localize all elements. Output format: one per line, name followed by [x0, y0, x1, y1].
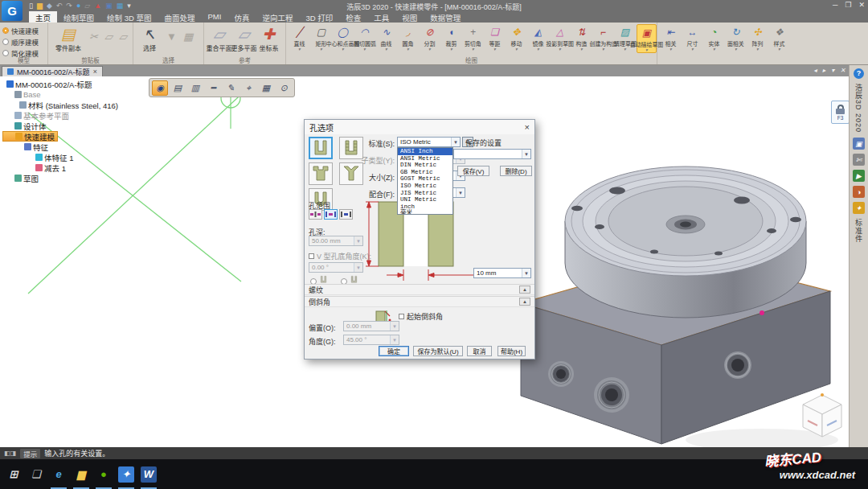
menu-tab[interactable]: 绘制草图 [57, 11, 100, 23]
save-as-default-button[interactable]: 保存为默认(U) [413, 346, 463, 356]
tree-item[interactable]: Base [2, 89, 43, 100]
extent-through-button[interactable] [309, 209, 322, 220]
dropdown-option[interactable]: UNI Metric [398, 196, 452, 203]
clipboard-tool-icon[interactable]: ✂ [89, 31, 98, 43]
command-option-button[interactable]: ⊙ [276, 80, 292, 96]
tab-strip-control-icon[interactable]: ✕ [840, 67, 845, 74]
standard-select[interactable]: ISO Metric▼ [397, 137, 461, 147]
menu-tab[interactable]: 曲面处理 [158, 11, 201, 23]
draw-tool-button[interactable]: ⌐ 创建为构造 ▾ [593, 24, 613, 51]
extent-finite-button[interactable] [324, 209, 338, 220]
cancel-button[interactable]: 取消 [467, 346, 492, 356]
reference-tool-button[interactable]: ▱ 重合平面 [207, 24, 231, 52]
dropdown-option[interactable]: ISO Metric [398, 183, 452, 190]
tree-item[interactable]: 减去 1 [2, 162, 68, 173]
minimize-icon[interactable]: ─ [833, 1, 837, 9]
offset-select[interactable]: 0.00 mm▼ [343, 321, 399, 331]
relate-tool-button[interactable]: ⇤ 相关 ▾ [661, 24, 681, 51]
menu-tab[interactable]: 主页 [29, 11, 57, 23]
taskbar-app[interactable]: ❏ [26, 459, 47, 489]
prompt-chip[interactable]: 提示 [20, 449, 40, 458]
close-icon[interactable]: ✕ [858, 1, 865, 9]
taskbar-app[interactable]: ✦ [116, 459, 137, 489]
save-button[interactable]: 保存(V) [457, 166, 489, 176]
command-option-button[interactable]: ━ [205, 80, 221, 96]
menu-tab[interactable]: 检查 [339, 11, 367, 23]
dropdown-option[interactable]: DIN Metric [398, 162, 452, 169]
command-option-button[interactable]: ✎ [223, 80, 239, 96]
thread-section-header[interactable]: 螺纹 ▲ [305, 284, 534, 295]
draw-tool-button[interactable]: ∿ 曲线 ▾ [376, 24, 396, 51]
relate-tool-button[interactable]: ✣ 阵列 ▾ [747, 24, 768, 51]
draw-tool-button[interactable]: ▢ 矩形 ▾ [311, 24, 331, 51]
diameter-select[interactable]: 10 mm▼ [473, 268, 531, 278]
tab-strip-control-icon[interactable]: ▸ [822, 67, 825, 74]
hole-type-counterbore-button[interactable] [309, 162, 333, 185]
taskbar-app[interactable]: e [48, 459, 69, 489]
relate-tool-button[interactable]: ↔ 尺寸 ▾ [682, 24, 702, 51]
tree-item[interactable]: 基本参考平面 [2, 110, 72, 121]
rail-tab-app[interactable]: 浩辰3D 2020 [854, 84, 864, 133]
menu-tab[interactable]: 绘制 3D 草图 [100, 11, 158, 23]
tab-close-icon[interactable]: × [93, 68, 97, 76]
draw-tool-button[interactable]: △ 投影到草图 ▾ [550, 24, 570, 51]
taskbar-app[interactable]: ▆ [71, 459, 92, 489]
select-tool-icon[interactable]: ▦ [183, 31, 193, 43]
draw-tool-button[interactable]: ✥ 移动 ▾ [506, 24, 526, 51]
tree-item[interactable]: 体特征 1 [2, 152, 76, 162]
dialog-title-bar[interactable]: 孔选项 × [305, 120, 534, 134]
draw-tool-button[interactable]: ◯ 中心和点画圆 ▾ [333, 24, 353, 51]
tree-item[interactable]: 材料 (Stainless Steel, 416) [2, 100, 121, 110]
menu-tab[interactable]: 工具 [367, 11, 395, 23]
extent-fromto-button[interactable] [339, 209, 353, 220]
ok-button[interactable]: 确定 [379, 346, 409, 356]
draw-tool-button[interactable]: ▣ 自动描绘草图 ▾ [637, 24, 657, 53]
relate-tool-button[interactable]: ❖ 样式 ▾ [769, 24, 789, 51]
menu-tab[interactable]: PMI [201, 11, 227, 23]
hole-depth-select[interactable]: 50.00 mm▼ [309, 236, 363, 246]
menu-tab[interactable]: 3D 打印 [299, 11, 339, 23]
start-chamfer-checkbox[interactable] [399, 314, 404, 319]
command-option-button[interactable]: ▦ [258, 80, 274, 96]
v-angle-checkbox[interactable] [309, 253, 314, 259]
clipboard-tool-icon[interactable]: ▱ [104, 31, 113, 43]
draw-tool-button[interactable]: ◠ 相切圆弧 ▾ [354, 24, 375, 51]
menu-tab[interactable]: 逆向工程 [256, 11, 299, 23]
view-cube[interactable] [800, 392, 845, 442]
model-viewport[interactable]: MM-00016-002/A-标题 Base 材料 (Stainless Ste… [0, 76, 849, 447]
dropdown-option[interactable]: 毫米 [398, 210, 452, 215]
relate-tool-button[interactable]: ↻ 面相关 ▾ [726, 24, 746, 51]
draw-tool-button[interactable]: ◭ 镜像 ▾ [528, 24, 548, 51]
dropdown-option[interactable]: ANSI Metric [398, 155, 452, 162]
help-icon[interactable]: ? [854, 68, 864, 79]
menu-tab[interactable]: 数据管理 [424, 11, 467, 23]
tree-item[interactable]: 特征 [2, 142, 51, 152]
relate-tool-button[interactable]: ◔ 实体 ▾ [704, 24, 724, 51]
v-angle-select[interactable]: 0.00 °▼ [309, 262, 363, 273]
chamfer-section-header[interactable]: 倒斜角 ▲ [305, 296, 534, 307]
tab-strip-control-icon[interactable]: ▾ [831, 67, 834, 74]
help-button[interactable]: 帮助(H) [497, 346, 526, 356]
model-mode-radio[interactable]: 快速建模 [2, 26, 39, 35]
document-tab[interactable]: MM-00016-002/A-标题 × [2, 66, 103, 76]
command-option-button[interactable]: ⌖ [240, 80, 256, 96]
tree-item[interactable]: MM-00016-002/A-标题 [2, 79, 95, 89]
tree-item[interactable]: 设计体 [2, 121, 49, 131]
right-rail-icon[interactable]: ▣ [853, 138, 865, 150]
tree-item[interactable]: 快速建模 [2, 131, 58, 142]
delete-button[interactable]: 删除(D) [500, 166, 532, 176]
dropdown-option[interactable]: GB Metric [398, 169, 452, 176]
taskbar-app[interactable]: ● [93, 459, 114, 489]
select-button[interactable]: ↖ 选择 [136, 24, 163, 52]
draw-tool-button[interactable]: ⊘ 分割 ▾ [420, 24, 440, 51]
saved-settings-select[interactable]: ▼ [453, 149, 531, 159]
draw-tool-button[interactable]: ⇅ 构造 ▾ [571, 24, 592, 51]
command-option-button[interactable]: ▥ [187, 80, 203, 96]
dropdown-option[interactable]: ANSI Inch [398, 148, 452, 155]
menu-tab[interactable]: 视图 [395, 11, 424, 23]
right-rail-icon[interactable]: ◑ [853, 186, 865, 198]
draw-tool-button[interactable]: ◞ 圆角 ▾ [398, 24, 418, 51]
menu-tab[interactable]: 仿真 [227, 11, 256, 23]
app-logo-icon[interactable]: G [2, 1, 23, 21]
model-mode-radio[interactable]: 顺序建模 [2, 37, 39, 47]
